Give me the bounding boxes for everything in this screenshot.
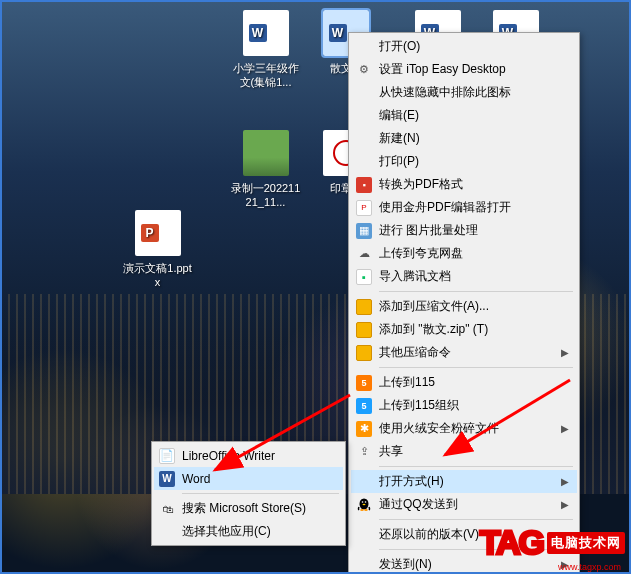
menu-to-pdf[interactable]: ▪转换为PDF格式 (351, 173, 577, 196)
cloud-icon: ☁ (356, 246, 372, 262)
menu-separator (379, 466, 573, 467)
watermark-url: www.tagxp.com (558, 562, 621, 572)
chevron-right-icon: ▶ (561, 499, 569, 510)
ms-store-icon: 🛍 (159, 501, 175, 517)
menu-label: 其他压缩命令 (379, 344, 451, 361)
pdf-editor-icon: P (356, 200, 372, 216)
file-icon-ppt[interactable]: 演示文稿1.pptx (120, 210, 195, 291)
menu-label: 搜索 Microsoft Store(S) (182, 500, 306, 517)
menu-print[interactable]: 打印(P) (351, 150, 577, 173)
menu-label: 还原以前的版本(V) (379, 526, 479, 543)
pdf-icon: ▪ (356, 177, 372, 193)
watermark-tag: TAG (480, 523, 543, 562)
menu-label: 从快速隐藏中排除此图标 (379, 84, 511, 101)
menu-jz-pdf[interactable]: P使用金舟PDF编辑器打开 (351, 196, 577, 219)
icon-label: 录制一20221121_11... (228, 180, 303, 211)
menu-batch-image[interactable]: ▦进行 图片批量处理 (351, 219, 577, 242)
tencent-doc-icon: ▪ (356, 269, 372, 285)
icon-label: 小学三年级作文(集锦1... (228, 60, 303, 91)
menu-separator (379, 367, 573, 368)
video-thumb-icon (243, 130, 289, 176)
submenu-store[interactable]: 🛍搜索 Microsoft Store(S) (154, 497, 343, 520)
menu-label: 打印(P) (379, 153, 419, 170)
chevron-right-icon: ▶ (561, 476, 569, 487)
menu-label: 设置 iTop Easy Desktop (379, 61, 506, 78)
submenu-other[interactable]: 选择其他应用(C) (154, 520, 343, 543)
watermark-logo: TAG 电脑技术网 www.tagxp.com (480, 523, 625, 562)
menu-115-org[interactable]: 5上传到115组织 (351, 394, 577, 417)
file-icon-word-1[interactable]: 小学三年级作文(集锦1... (228, 10, 303, 91)
context-menu-main: 打开(O) ⚙设置 iTop Easy Desktop 从快速隐藏中排除此图标 … (348, 32, 580, 574)
menu-huorong[interactable]: ✱使用火绒安全粉碎文件▶ (351, 417, 577, 440)
menu-label: 通过QQ发送到 (379, 496, 458, 513)
chevron-right-icon: ▶ (561, 423, 569, 434)
menu-label: 上传到夸克网盘 (379, 245, 463, 262)
menu-hide[interactable]: 从快速隐藏中排除此图标 (351, 81, 577, 104)
gear-icon: ⚙ (356, 62, 372, 78)
menu-label: 打开方式(H) (379, 473, 444, 490)
menu-label: 使用火绒安全粉碎文件 (379, 420, 499, 437)
submenu-libreoffice[interactable]: 📄LibreOffice Writer (154, 444, 343, 467)
watermark-site: 电脑技术网 (547, 532, 625, 554)
icon-label: 演示文稿1.pptx (120, 260, 195, 291)
menu-label: 使用金舟PDF编辑器打开 (379, 199, 511, 216)
menu-edit[interactable]: 编辑(E) (351, 104, 577, 127)
context-submenu-open-with: 📄LibreOffice Writer WWord 🛍搜索 Microsoft … (151, 441, 346, 546)
huorong-icon: ✱ (356, 421, 372, 437)
menu-label: 进行 图片批量处理 (379, 222, 478, 239)
zip-icon (356, 299, 372, 315)
menu-open-with[interactable]: 打开方式(H)▶ (351, 470, 577, 493)
menu-label: 转换为PDF格式 (379, 176, 463, 193)
menu-quark[interactable]: ☁上传到夸克网盘 (351, 242, 577, 265)
libreoffice-icon: 📄 (159, 448, 175, 464)
menu-new[interactable]: 新建(N) (351, 127, 577, 150)
menu-label: 发送到(N) (379, 556, 432, 573)
115-org-icon: 5 (356, 398, 372, 414)
word-icon (243, 10, 289, 56)
svg-point-5 (360, 509, 364, 511)
menu-label: 添加到 "散文.zip" (T) (379, 321, 488, 338)
menu-qq-send[interactable]: 通过QQ发送到▶ (351, 493, 577, 516)
menu-label: 上传到115组织 (379, 397, 459, 414)
menu-add-zip-a[interactable]: 添加到压缩文件(A)... (351, 295, 577, 318)
menu-label: 打开(O) (379, 38, 420, 55)
menu-share[interactable]: ⇪共享 (351, 440, 577, 463)
menu-label: 新建(N) (379, 130, 420, 147)
menu-115[interactable]: 5上传到115 (351, 371, 577, 394)
powerpoint-icon (135, 210, 181, 256)
menu-tencent[interactable]: ▪导入腾讯文档 (351, 265, 577, 288)
share-icon: ⇪ (356, 444, 372, 460)
zip-icon (356, 322, 372, 338)
file-icon-video[interactable]: 录制一20221121_11... (228, 130, 303, 211)
menu-label: LibreOffice Writer (182, 449, 275, 463)
menu-other-zip[interactable]: 其他压缩命令▶ (351, 341, 577, 364)
menu-itop[interactable]: ⚙设置 iTop Easy Desktop (351, 58, 577, 81)
submenu-word[interactable]: WWord (154, 467, 343, 490)
menu-label: 上传到115 (379, 374, 435, 391)
svg-point-6 (364, 509, 368, 511)
qq-icon (356, 497, 372, 513)
menu-label: 导入腾讯文档 (379, 268, 451, 285)
zip-icon (356, 345, 372, 361)
menu-add-zip-t[interactable]: 添加到 "散文.zip" (T) (351, 318, 577, 341)
svg-point-3 (365, 501, 367, 503)
menu-label: 编辑(E) (379, 107, 419, 124)
menu-separator (379, 291, 573, 292)
menu-label: Word (182, 472, 210, 486)
menu-separator (379, 519, 573, 520)
115-icon: 5 (356, 375, 372, 391)
menu-open[interactable]: 打开(O) (351, 35, 577, 58)
menu-label: 共享 (379, 443, 403, 460)
svg-point-2 (362, 501, 364, 503)
word-app-icon: W (159, 471, 175, 487)
svg-point-4 (363, 503, 366, 505)
menu-label: 选择其他应用(C) (182, 523, 271, 540)
menu-label: 添加到压缩文件(A)... (379, 298, 489, 315)
chevron-right-icon: ▶ (561, 347, 569, 358)
menu-separator (182, 493, 339, 494)
image-icon: ▦ (356, 223, 372, 239)
